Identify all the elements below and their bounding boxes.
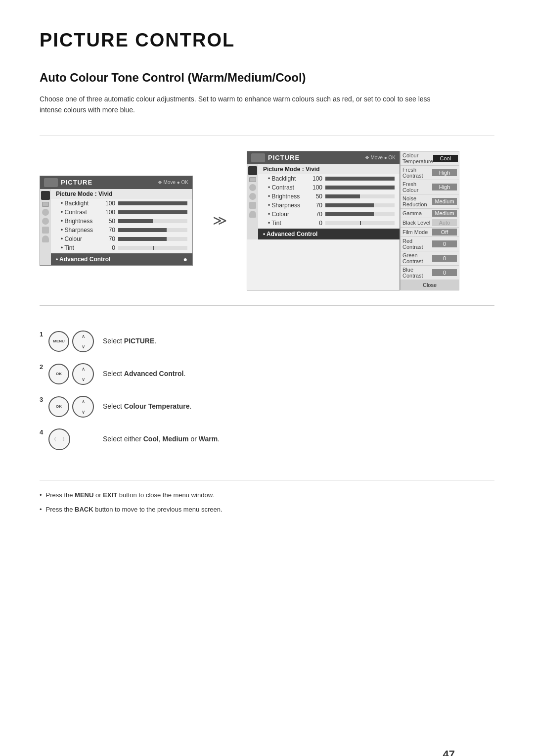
left-menu-content: Picture Mode : Vivid • Backlight 100 • C… xyxy=(51,189,192,265)
right-icon-tv xyxy=(249,177,256,182)
right-icon-picture xyxy=(248,166,257,175)
side-panel-row-red-contrast: Red Contrast 0 xyxy=(400,237,459,251)
forward-arrow: ≫ xyxy=(213,212,227,229)
icon-timer xyxy=(42,218,49,225)
right-row-sharpness: • Sharpness 70 xyxy=(258,201,400,210)
left-advanced-icon: ● xyxy=(183,255,187,263)
right-icon-timer xyxy=(249,193,256,200)
side-panel-row-green-contrast: Green Contrast 0 xyxy=(400,251,459,266)
right-row-tint: • Tint 0 xyxy=(258,219,400,228)
step-4-text: Select either Cool, Medium or Warm. xyxy=(103,434,220,444)
step-2-icons: 2 OK ∧ ∨ xyxy=(40,363,94,385)
right-row-brightness: • Brightness 50 xyxy=(258,192,400,201)
left-advanced-control: • Advanced Control ● xyxy=(51,253,192,265)
left-row-backlight: • Backlight 100 xyxy=(51,199,192,208)
right-menu-box: PICTURE ❖ Move ● OK Picture Mode : Vi xyxy=(247,151,400,290)
steps-section: 1 MENU ∧ ∨ Select PICTURE. 2 OK ∧ ∨ xyxy=(40,331,494,450)
right-menu-body: Picture Mode : Vivid • Backlight 100 • C… xyxy=(247,164,400,239)
left-menu-box: PICTURE ❖ Move ● OK Picture Mode : Vivid… xyxy=(40,176,193,266)
left-menu-nav: ❖ Move ● OK xyxy=(158,180,188,185)
icon-picture xyxy=(41,191,50,200)
side-panel-row-fresh-colour: Fresh Colour High xyxy=(400,180,459,194)
description: Choose one of three automatic colour adj… xyxy=(40,94,445,116)
right-advanced-control: • Advanced Control xyxy=(258,229,400,239)
right-menu-nav: ❖ Move ● OK xyxy=(365,155,396,160)
nav-button-1: ∧ ∨ xyxy=(72,331,94,352)
nav-button-2: ∧ ∨ xyxy=(72,363,94,385)
step-4: 4 〈 〉 Select either Cool, Medium or Warm… xyxy=(40,428,494,450)
tv-icon-left xyxy=(44,178,58,187)
right-icon-col xyxy=(247,164,258,239)
icon-audio xyxy=(42,209,49,216)
side-panel-row-gamma: Gamma Medium xyxy=(400,209,459,218)
step-3: 3 OK ∧ ∨ Select Colour Temperature. xyxy=(40,396,494,418)
left-row-tint: • Tint 0 xyxy=(51,243,192,252)
right-menu-title: PICTURE xyxy=(268,154,300,161)
side-panel-row-film-mode: Film Mode Off xyxy=(400,228,459,237)
right-menu-area: PICTURE ❖ Move ● OK Picture Mode : Vi xyxy=(247,151,459,290)
right-row-contrast: • Contrast 100 xyxy=(258,183,400,192)
left-row-sharpness: • Sharpness 70 xyxy=(51,226,192,235)
page-title: PICTURE CONTROL xyxy=(40,30,494,51)
left-menu-body: Picture Mode : Vivid • Backlight 100 • C… xyxy=(40,189,192,265)
side-panel-row-blue-contrast: Blue Contrast 0 xyxy=(400,266,459,280)
right-icon-audio xyxy=(249,184,256,191)
side-panel-row-black-level: Black Level Auto xyxy=(400,218,459,228)
right-picture-mode: Picture Mode : Vivid xyxy=(258,164,400,174)
step-1-icons: 1 MENU ∧ ∨ xyxy=(40,331,94,352)
left-row-contrast: • Contrast 100 xyxy=(51,208,192,217)
menu-button: MENU xyxy=(48,331,69,352)
left-picture-mode: Picture Mode : Vivid xyxy=(51,189,192,199)
screens-row: PICTURE ❖ Move ● OK Picture Mode : Vivid… xyxy=(40,136,494,306)
right-icon-lock xyxy=(249,211,256,218)
ok-button-2: OK xyxy=(48,364,69,384)
left-icon-col xyxy=(40,189,51,265)
step-3-text: Select Colour Temperature. xyxy=(103,402,191,412)
step-3-icons: 3 OK ∧ ∨ xyxy=(40,396,94,418)
step-2: 2 OK ∧ ∨ Select Advanced Control. xyxy=(40,363,494,385)
right-menu-header: PICTURE ❖ Move ● OK xyxy=(247,151,400,164)
tv-icon-right xyxy=(251,153,265,162)
left-row-brightness: • Brightness 50 xyxy=(51,217,192,226)
lr-button-4: 〈 〉 xyxy=(48,428,70,450)
icon-settings xyxy=(42,227,49,234)
left-menu-title: PICTURE xyxy=(61,179,92,186)
note-2: • Press the BACK button to move to the p… xyxy=(40,505,494,515)
page-number: 47 xyxy=(443,748,455,756)
right-icon-settings xyxy=(249,202,256,209)
side-panel: Colour Temperature Cool Fresh Contrast H… xyxy=(400,151,459,290)
note-1: • Press the MENU or EXIT button to close… xyxy=(40,490,494,500)
icon-lock xyxy=(42,236,49,242)
step-4-icons: 4 〈 〉 xyxy=(40,428,94,450)
nav-button-3: ∧ ∨ xyxy=(72,396,94,418)
step-2-text: Select Advanced Control. xyxy=(103,369,185,379)
right-row-backlight: • Backlight 100 xyxy=(258,174,400,183)
left-menu-header: PICTURE ❖ Move ● OK xyxy=(40,176,192,189)
side-panel-row-colour-temp: Colour Temperature Cool xyxy=(400,151,459,166)
step-1-text: Select PICTURE. xyxy=(103,336,156,346)
side-panel-row-fresh-contrast: Fresh Contrast High xyxy=(400,166,459,180)
ok-button-3: OK xyxy=(48,396,69,417)
side-panel-close-button[interactable]: Close xyxy=(400,280,459,290)
left-row-colour: • Colour 70 xyxy=(51,235,192,243)
section-title: Auto Colour Tone Control (Warm/Medium/Co… xyxy=(40,71,494,85)
icon-tv xyxy=(42,202,49,207)
side-panel-row-noise: Noise Reduction Medium xyxy=(400,194,459,209)
notes-section: • Press the MENU or EXIT button to close… xyxy=(40,480,494,515)
right-menu-content: Picture Mode : Vivid • Backlight 100 • C… xyxy=(258,164,400,239)
step-1: 1 MENU ∧ ∨ Select PICTURE. xyxy=(40,331,494,352)
right-row-colour: • Colour 70 xyxy=(258,210,400,219)
